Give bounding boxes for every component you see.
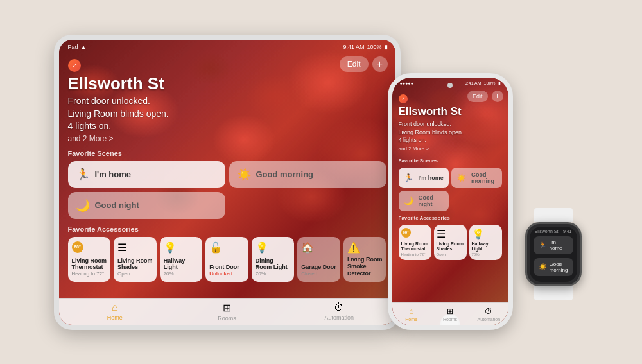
garage-status: Closed xyxy=(301,271,336,277)
iphone-content: ↗ Ellsworth St Front door unlocked.Livin… xyxy=(392,91,508,325)
iphone-accessories-grid: 68° Living Room Thermostat Heating to 72… xyxy=(399,225,502,260)
iphone-status-left: ●●●●● xyxy=(400,81,413,85)
watch-screen: Ellsworth St 9:41 🏃 I'm home ☀️ Good mor… xyxy=(530,227,577,282)
iphone-thermostat-badge: 68° xyxy=(401,228,411,238)
tab-home-label: Home xyxy=(107,315,123,321)
iphone-accessory-thermostat[interactable]: 68° Living Room Thermostat Heating to 72… xyxy=(399,225,431,260)
tab-automation[interactable]: ⏱ Automation xyxy=(283,302,395,321)
tab-automation-icon: ⏱ xyxy=(334,302,344,313)
garage-icon: 🏠 xyxy=(301,241,336,254)
iphone-scenes-grid: 🏃 I'm home ☀️ Good morning 🌙 Good night xyxy=(399,168,502,211)
watch-scene-im-home[interactable]: 🏃 I'm home xyxy=(534,236,573,254)
iphone-shades-status: Open xyxy=(437,252,464,257)
garage-name: Garage Door xyxy=(301,264,336,271)
watch-scene-icon-home: 🏃 xyxy=(539,241,546,248)
iphone-top-buttons: Edit + xyxy=(467,91,503,102)
watch-scene-icon-morning: ☀️ xyxy=(539,263,546,270)
thermostat-name: Living Room Thermostat xyxy=(72,257,107,272)
iphone-tab-automation-label: Automation xyxy=(478,317,500,322)
iphone-tab-home-icon: ⌂ xyxy=(409,307,413,316)
ipad-wifi-icon: ▲ xyxy=(81,44,87,50)
iphone-scene-icon-home: 🏃 xyxy=(404,173,413,182)
dining-light-icon: 💡 xyxy=(256,241,291,254)
iphone-tab-rooms[interactable]: ⊞ Rooms xyxy=(431,307,469,322)
iphone-device: ●●●●● 9:41 AM 100% ▮ Edit + ↗ Ellsworth … xyxy=(388,73,513,330)
accessory-shades[interactable]: ☰ Living Room Shades Open xyxy=(114,237,157,282)
iphone-edit-button[interactable]: Edit xyxy=(467,91,488,102)
iphone-add-button[interactable]: + xyxy=(492,91,503,102)
devices-container: iPad ▲ 9:41 AM 100% ▮ Edit + ↗ xyxy=(54,35,589,330)
ipad-add-button[interactable]: + xyxy=(372,56,388,72)
shades-name: Living Room Shades xyxy=(117,257,153,272)
tab-automation-label: Automation xyxy=(324,315,354,321)
ipad-home-status: Front door unlocked.Living Room blinds o… xyxy=(68,95,386,133)
accessory-smoke[interactable]: ⚠️ Living Room Smoke Detector xyxy=(343,237,386,282)
ipad-more-link[interactable]: and 2 More > xyxy=(68,134,386,143)
watch-crown[interactable] xyxy=(580,243,582,256)
iphone-accessory-light[interactable]: 💡 Hallway Light 70% xyxy=(469,225,502,260)
watch-scene-name-home: I'm home xyxy=(550,239,568,251)
iphone-accessory-shades[interactable]: ☰ Living Room Shades Open xyxy=(434,225,467,260)
watch-body: Ellsworth St 9:41 🏃 I'm home ☀️ Good mor… xyxy=(525,222,582,286)
scene-tile-im-home[interactable]: 🏃 I'm home xyxy=(68,161,225,188)
scene-tile-good-morning[interactable]: ☀️ Good morning xyxy=(229,161,386,188)
accessory-thermostat[interactable]: 68° Living Room Thermostat Heating to 72… xyxy=(68,237,111,282)
iphone-tab-bar: ⌂ Home ⊞ Rooms ⏱ Automation xyxy=(392,302,508,325)
watch-band-top xyxy=(534,208,573,222)
scene-icon-good-night: 🌙 xyxy=(76,198,90,212)
ipad-status-bar: iPad ▲ 9:41 AM 100% ▮ xyxy=(59,40,395,54)
ipad-battery-icon: ▮ xyxy=(385,44,388,50)
ipad-accessories-grid: 68° Living Room Thermostat Heating to 72… xyxy=(68,237,386,282)
ipad-device-label: iPad xyxy=(67,44,78,50)
iphone-light-icon: 💡 xyxy=(472,228,499,240)
scene-name-good-morning: Good morning xyxy=(256,169,314,179)
scene-name-good-night: Good night xyxy=(95,200,139,210)
accessory-garage[interactable]: 🏠 Garage Door Closed xyxy=(297,237,340,282)
accessory-dining-light[interactable]: 💡 Dining Room Light 70% xyxy=(252,237,295,282)
ipad-status-right: 9:41 AM 100% ▮ xyxy=(343,44,387,50)
iphone-scene-im-home[interactable]: 🏃 I'm home xyxy=(399,168,449,188)
tab-home-icon: ⌂ xyxy=(112,302,118,313)
shades-status: Open xyxy=(117,271,153,277)
watch-scene-good-morning[interactable]: ☀️ Good morning xyxy=(534,258,573,276)
iphone-shades-icon: ☰ xyxy=(437,228,464,240)
iphone-time: 9:41 AM xyxy=(465,81,482,85)
watch-scene-name-morning: Good morning xyxy=(550,261,568,273)
watch-status-bar: Ellsworth St 9:41 xyxy=(530,227,577,235)
iphone-shades-name: Living Room Shades xyxy=(437,241,464,252)
iphone-scene-name-morning: Good morning xyxy=(471,171,497,184)
accessory-front-door[interactable]: 🔓 Front Door Unlocked xyxy=(205,237,248,282)
ipad-tab-bar: ⌂ Home ⊞ Rooms ⏱ Automation xyxy=(59,298,395,325)
ipad-battery: 100% xyxy=(367,44,381,50)
tab-rooms[interactable]: ⊞ Rooms xyxy=(171,302,283,322)
thermostat-badge: 68° xyxy=(72,241,83,253)
iphone-battery: 100% xyxy=(484,81,496,85)
smoke-name: Living Room Smoke Detector xyxy=(347,256,383,277)
iphone-tab-automation[interactable]: ⏱ Automation xyxy=(469,307,508,322)
iphone-signal: ●●●●● xyxy=(400,81,413,85)
ipad-time: 9:41 AM xyxy=(343,44,364,50)
front-door-status: Unlocked xyxy=(209,271,245,277)
tab-home[interactable]: ⌂ Home xyxy=(59,302,171,321)
scene-tile-good-night[interactable]: 🌙 Good night xyxy=(68,192,225,219)
iphone-scene-good-morning[interactable]: ☀️ Good morning xyxy=(451,168,502,188)
thermostat-status: Heating to 72° xyxy=(72,271,107,277)
ipad-scenes-grid: 🏃 I'm home ☀️ Good morning 🌙 Good night xyxy=(68,161,386,219)
iphone-status-right: 9:41 AM 100% ▮ xyxy=(465,81,501,86)
watch-title-text: Ellsworth St xyxy=(535,229,559,234)
iphone-more-link[interactable]: and 2 More > xyxy=(399,146,502,152)
tab-rooms-icon: ⊞ xyxy=(223,302,231,314)
iphone-tab-home[interactable]: ⌂ Home xyxy=(392,307,431,322)
iphone-thermostat-name: Living Room Thermostat xyxy=(401,241,429,252)
iphone-light-name: Hallway Light xyxy=(472,241,499,252)
iphone-scene-good-night[interactable]: 🌙 Good night xyxy=(399,191,449,211)
ipad-edit-button[interactable]: Edit xyxy=(340,56,369,72)
ipad-top-buttons: Edit + xyxy=(340,56,388,72)
iphone-tab-rooms-label: Rooms xyxy=(443,317,457,322)
iphone-tab-rooms-icon: ⊞ xyxy=(447,307,453,316)
watch-time: 9:41 xyxy=(563,229,572,234)
accessory-hallway-light[interactable]: 💡 Hallway Light 70% xyxy=(160,237,203,282)
scene-name-im-home: I'm home xyxy=(95,169,132,179)
iphone-battery-icon: ▮ xyxy=(498,81,501,86)
tab-rooms-label: Rooms xyxy=(218,315,236,322)
